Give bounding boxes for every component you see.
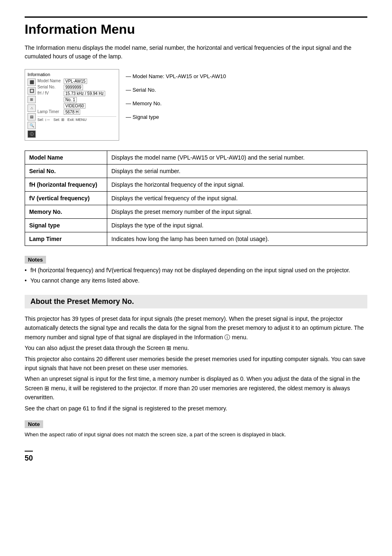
menu-title: Information	[28, 72, 116, 77]
menu-icon-6: 🔍	[28, 122, 36, 129]
table-row: Signal typeDisplays the type of the inpu…	[25, 219, 367, 232]
table-term: Serial No.	[25, 164, 107, 178]
about-heading: About the Preset Memory No.	[30, 297, 362, 306]
menu-value-no1: No. 1	[64, 97, 77, 102]
menu-icon-1: ⬛	[28, 79, 36, 86]
menu-label-modelname: Model Name	[37, 79, 62, 84]
menu-icons: ⬛ 🔲 ⊞ ⛬ ▤ 🔍 ⓘ	[28, 79, 36, 138]
about-paragraphs: This projector has 39 types of preset da…	[25, 314, 367, 413]
about-heading-box: About the Preset Memory No.	[25, 295, 367, 308]
menu-value-modelname: VPL-AW15	[64, 79, 87, 84]
about-paragraph-5: See the chart on page 61 to find if the …	[25, 404, 367, 413]
menu-icon-4: ⛬	[28, 104, 36, 112]
table-description: Displays the type of the input signal.	[107, 219, 367, 232]
callout-labels: — Model Name: VPL-AW15 or VPL-AW10 — Ser…	[126, 69, 226, 120]
menu-row-serialno: Serial No. 9999999	[37, 85, 116, 90]
menu-screenshot: Information ⬛ 🔲 ⊞ ⛬ ▤ 🔍 ⓘ Model Name VPL…	[25, 69, 119, 141]
table-description: Displays the serial number.	[107, 164, 367, 178]
table-term: fV (vertical frequency)	[25, 192, 107, 205]
table-description: Displays the horizontal frequency of the…	[107, 178, 367, 192]
note-single-text: When the aspect ratio of input signal do…	[25, 431, 367, 439]
table-term: fH (horizontal frequency)	[25, 178, 107, 192]
table-row: fH (horizontal frequency)Displays the ho…	[25, 178, 367, 192]
about-paragraph-3: This projector also contains 20 differen…	[25, 354, 367, 373]
table-term: Memory No.	[25, 205, 107, 219]
table-row: Memory No.Displays the preset memory num…	[25, 205, 367, 219]
diagram-area: Information ⬛ 🔲 ⊞ ⛬ ▤ 🔍 ⓘ Model Name VPL…	[25, 69, 367, 141]
menu-icon-7-selected: ⓘ	[28, 130, 36, 138]
table-description: Displays the preset memory number of the…	[107, 205, 367, 219]
page-title: Information Menu	[25, 16, 367, 37]
table-description: Displays the vertical frequency of the i…	[107, 192, 367, 205]
table-term: Lamp Timer	[25, 232, 107, 246]
menu-icon-3: ⊞	[28, 96, 36, 103]
note-single-section: Note When the aspect ratio of input sign…	[25, 420, 367, 439]
table-row: Serial No.Displays the serial number.	[25, 164, 367, 178]
menu-content: Model Name VPL-AW15 Serial No. 9999999 f…	[37, 79, 116, 138]
table-row: fV (vertical frequency)Displays the vert…	[25, 192, 367, 205]
table-row: Model NameDisplays the model name (VPL-A…	[25, 151, 367, 164]
menu-label-serialno: Serial No.	[37, 85, 62, 90]
menu-row-fhfv: fH / fV 15.73 kHz / 59.94 Hz	[37, 91, 116, 96]
about-paragraph-1: This projector has 39 types of preset da…	[25, 314, 367, 342]
menu-value-fhfv: 15.73 kHz / 59.94 Hz	[64, 91, 105, 96]
callout-serialno: — Serial No.	[126, 87, 226, 93]
menu-icon-2: 🔲	[28, 87, 36, 95]
menu-label-fhfv: fH / fV	[37, 91, 62, 96]
table-term: Signal type	[25, 219, 107, 232]
menu-label-no1	[37, 97, 62, 102]
callout-memoryno: — Memory No.	[126, 100, 226, 107]
notes-list-item: fH (horizontal frequency) and fV(vertica…	[25, 266, 367, 275]
notes-label: Notes	[25, 256, 46, 264]
page-number: 50	[25, 451, 33, 463]
menu-bottom-bar: Sel: ↕↔ Set: ⊞ Exit: MENU	[37, 116, 116, 122]
callout-signaltype: — Signal type	[126, 114, 226, 120]
intro-text: The Information menu displays the model …	[25, 44, 367, 61]
table-description: Displays the model name (VPL-AW15 or VPL…	[107, 151, 367, 164]
menu-value-video60: VIDEO/60	[64, 103, 85, 109]
note-single-label: Note	[25, 420, 43, 428]
menu-row-no1: No. 1	[37, 97, 116, 102]
table-term: Model Name	[25, 151, 107, 164]
callout-modelname: — Model Name: VPL-AW15 or VPL-AW10	[126, 73, 226, 79]
about-paragraph-4: When an unpreset signal is input for the…	[25, 374, 367, 402]
menu-icon-5: ▤	[28, 113, 36, 120]
notes-list: fH (horizontal frequency) and fV(vertica…	[25, 266, 367, 285]
table-description: Indicates how long the lamp has been tur…	[107, 232, 367, 246]
menu-row-modelname: Model Name VPL-AW15	[37, 79, 116, 84]
menu-row-video60: VIDEO/60	[37, 103, 116, 109]
menu-label-video60	[37, 103, 62, 109]
info-table: Model NameDisplays the model name (VPL-A…	[25, 151, 367, 246]
menu-label-lamptimer: Lamp Timer	[37, 109, 62, 115]
menu-value-serialno: 9999999	[64, 85, 83, 90]
table-row: Lamp TimerIndicates how long the lamp ha…	[25, 232, 367, 246]
menu-row-lamptimer: Lamp Timer 5678 H	[37, 109, 116, 115]
about-paragraph-2: You can also adjust the preset data thro…	[25, 343, 367, 352]
menu-value-lamptimer: 5678 H	[64, 109, 80, 115]
notes-section: Notes fH (horizontal frequency) and fV(v…	[25, 256, 367, 285]
notes-list-item: You cannot change any items listed above…	[25, 276, 367, 285]
